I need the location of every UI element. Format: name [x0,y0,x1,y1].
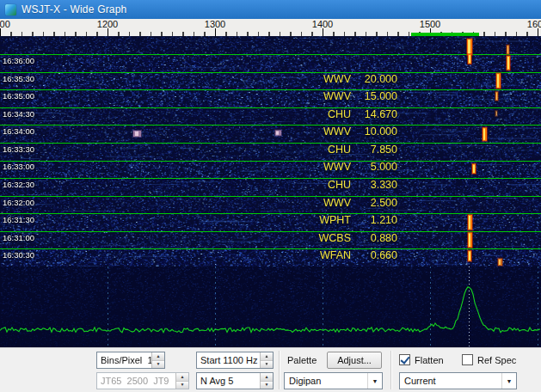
chevron-down-icon[interactable]: ▼ [367,373,382,389]
scale-label-1500: 1500 [420,19,440,29]
spin-up-icon[interactable]: ▲ [152,352,164,361]
frequency-scale[interactable]: 1100 1200 1300 1400 1500 1600 [0,19,541,36]
spin-down-icon: ▼ [176,382,188,389]
waterfall-canvas[interactable] [0,36,541,266]
app-icon [5,4,16,15]
checkbox-box[interactable] [462,354,473,365]
spin-up-icon[interactable]: ▲ [261,352,273,361]
spin-down-icon[interactable]: ▼ [261,361,273,369]
scale-label-1300: 1300 [205,19,225,29]
scale-label-1600: 1600 [527,19,541,29]
start-hz-spinbox[interactable]: Start 1100 Hz ▲▼ [196,352,274,369]
waterfall[interactable]: 16:36:00 16:35:30 WWV20.000 16:35:00 WWV… [0,36,541,266]
checkbox-box[interactable] [399,354,410,365]
scale-label-1200: 1200 [97,19,118,29]
title-bar[interactable]: WSJT-X - Wide Graph [0,0,541,19]
spectrum-plot[interactable] [0,266,541,347]
bins-per-pixel-spinbox[interactable]: Bins/Pixel 1 ▲▼ [96,352,165,369]
palette-adjust-button[interactable]: Adjust... [327,352,382,369]
separator [279,351,280,389]
scale-label-1100: 1100 [0,19,10,29]
spectrum-mode-select[interactable]: Current ▼ [399,372,517,389]
separator [390,351,392,389]
control-panel: Bins/Pixel 1 ▲▼ Start 1100 Hz ▲▼ Palette… [0,347,541,392]
ref-spec-checkbox[interactable]: Ref Spec [462,354,516,365]
scale-label-1400: 1400 [312,19,333,29]
jt65-jt9-split-spinbox: JT65 2500 JT9 ▲▼ [96,372,189,389]
flatten-checkbox[interactable]: Flatten [399,354,444,365]
wide-graph-window: WSJT-X - Wide Graph 1100 1200 1300 1400 … [0,0,541,392]
spin-up-icon: ▲ [176,373,188,382]
spin-down-icon[interactable]: ▼ [261,382,273,389]
spin-down-icon[interactable]: ▼ [152,361,164,369]
palette-select[interactable]: Digipan ▼ [284,372,383,389]
spectrum-canvas[interactable] [0,266,541,347]
window-title: WSJT-X - Wide Graph [22,3,127,15]
palette-label: Palette [287,355,317,365]
n-avg-spinbox[interactable]: N Avg 5 ▲▼ [196,372,274,389]
spin-up-icon[interactable]: ▲ [261,373,273,382]
chevron-down-icon[interactable]: ▼ [501,373,516,389]
